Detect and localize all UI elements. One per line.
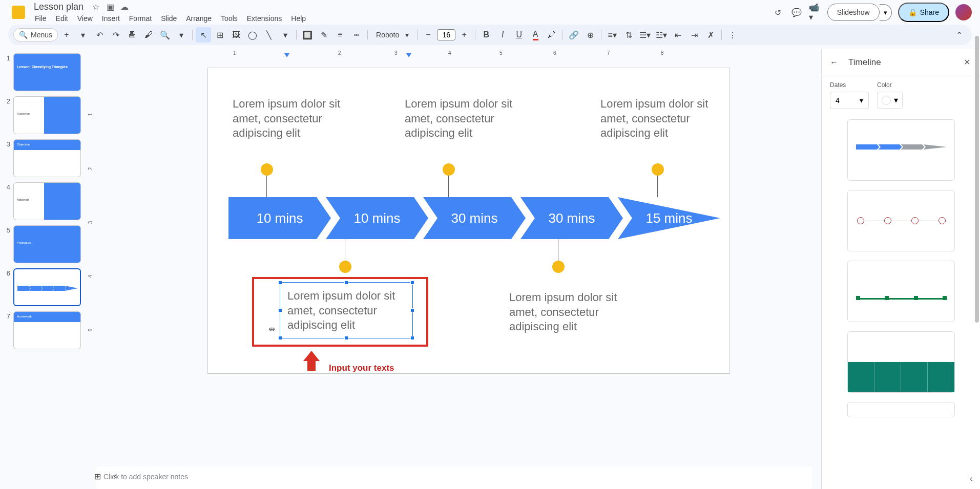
timeline-arrow[interactable]: 10 mins 10 mins 30 mins 30 mins 15 mins (228, 197, 720, 239)
filmstrip[interactable]: 1 Lesson: Classifying Triangles 2 Audien… (0, 49, 87, 489)
cloud-status-icon[interactable]: ☁ (119, 2, 130, 12)
border-weight-button[interactable]: ≡ (332, 27, 348, 42)
slide-canvas[interactable]: Lorem ipsum dolor sit amet, consectetur … (207, 68, 730, 374)
undo-button[interactable]: ↶ (92, 27, 107, 42)
move-icon[interactable]: ▣ (105, 2, 115, 12)
menu-insert[interactable]: Insert (98, 12, 124, 25)
zoom-button[interactable]: 🔍 (157, 27, 173, 42)
arrow-segment-3[interactable]: 30 mins (423, 197, 526, 239)
menu-help[interactable]: Help (287, 12, 310, 25)
border-dash-button[interactable]: ┅ (349, 27, 364, 42)
fill-color-button[interactable]: 🔲 (300, 27, 315, 42)
more-button[interactable]: ⋮ (725, 27, 740, 42)
line-spacing-button[interactable]: ⇅ (621, 27, 636, 42)
redo-button[interactable]: ↷ (108, 27, 123, 42)
thumbnail-slide-1[interactable]: Lesson: Classifying Triangles (13, 53, 81, 91)
timeline-connector[interactable] (657, 176, 658, 197)
textbox-tool[interactable]: ⊞ (212, 27, 227, 42)
line-tool[interactable]: ╲ (261, 27, 277, 42)
collapse-toolbar-button[interactable]: ⌃ (951, 27, 967, 42)
close-icon[interactable]: ✕ (964, 57, 974, 68)
document-title[interactable]: Lesson plan (31, 1, 87, 13)
comment-button[interactable]: ⊕ (582, 27, 598, 42)
italic-button[interactable]: I (495, 27, 510, 42)
number-list-button[interactable]: ☳▾ (654, 27, 669, 42)
text-color-button[interactable]: A (528, 27, 543, 42)
star-icon[interactable]: ☆ (91, 2, 101, 12)
bold-button[interactable]: B (478, 27, 494, 42)
scrollbar-thumb[interactable] (975, 36, 979, 323)
back-icon[interactable]: ← (828, 56, 840, 69)
timeline-connector[interactable] (448, 176, 449, 197)
timeline-dot[interactable] (552, 261, 565, 273)
paint-format-button[interactable]: 🖌 (141, 27, 156, 42)
color-select[interactable]: ▾ (877, 92, 903, 109)
font-size-decrease[interactable]: − (421, 27, 436, 42)
side-panel-collapse-icon[interactable]: ‹ (970, 473, 980, 485)
template-option-5[interactable] (847, 402, 955, 417)
menu-arrange[interactable]: Arrange (182, 12, 216, 25)
collapse-filmstrip-icon[interactable]: ‹ (114, 472, 126, 484)
menu-view[interactable]: View (73, 12, 97, 25)
menu-extensions[interactable]: Extensions (243, 12, 286, 25)
timeline-dot[interactable] (443, 163, 455, 176)
history-icon[interactable]: ↺ (772, 6, 784, 18)
link-button[interactable]: 🔗 (566, 27, 581, 42)
timeline-text-1[interactable]: Lorem ipsum dolor sit amet, consectetur … (233, 97, 356, 141)
bullet-list-button[interactable]: ☰▾ (637, 27, 653, 42)
timeline-connector[interactable] (345, 239, 345, 261)
thumbnail-slide-5[interactable]: Procedure (13, 225, 81, 263)
align-button[interactable]: ≡▾ (604, 27, 620, 42)
indent-decrease-button[interactable]: ⇤ (670, 27, 685, 42)
font-size-increase[interactable]: + (456, 27, 472, 42)
print-button[interactable]: 🖶 (124, 27, 140, 42)
menu-format[interactable]: Format (125, 12, 156, 25)
template-option-1[interactable] (847, 119, 955, 181)
menu-tools[interactable]: Tools (217, 12, 242, 25)
slideshow-button[interactable]: Slideshow (827, 4, 880, 21)
timeline-dot[interactable] (261, 163, 273, 176)
share-button[interactable]: 🔒 Share (898, 3, 949, 22)
arrow-segment-5[interactable]: 15 mins (618, 197, 720, 239)
border-color-button[interactable]: ✎ (316, 27, 331, 42)
indent-marker[interactable] (284, 53, 289, 57)
clear-formatting-button[interactable]: ✗ (703, 27, 718, 42)
slideshow-dropdown[interactable]: ▾ (880, 4, 892, 21)
menu-slide[interactable]: Slide (157, 12, 181, 25)
image-tool[interactable]: 🖼 (228, 27, 244, 42)
slides-logo[interactable] (8, 2, 29, 23)
thumbnail-slide-4[interactable]: Materials (13, 182, 81, 220)
user-avatar[interactable] (955, 4, 972, 20)
scrollbar[interactable] (974, 0, 980, 489)
arrow-segment-2[interactable]: 10 mins (326, 197, 428, 239)
template-option-4[interactable] (847, 331, 955, 393)
arrow-segment-4[interactable]: 30 mins (520, 197, 623, 239)
timeline-connector[interactable] (266, 176, 267, 197)
thumbnail-slide-6[interactable] (13, 268, 81, 306)
template-option-2[interactable] (847, 190, 955, 251)
timeline-dot[interactable] (339, 261, 351, 273)
canvas-wrapper[interactable]: Lorem ipsum dolor sit amet, consectetur … (87, 58, 821, 465)
new-slide-dropdown[interactable]: ▾ (75, 27, 91, 42)
indent-marker[interactable] (406, 53, 411, 57)
indent-increase-button[interactable]: ⇥ (686, 27, 702, 42)
timeline-dot[interactable] (652, 163, 664, 176)
new-slide-button[interactable]: + (59, 27, 74, 42)
line-dropdown[interactable]: ▾ (278, 27, 293, 42)
thumbnail-slide-2[interactable]: Audience (13, 96, 81, 134)
horizontal-ruler[interactable]: 1 2 3 4 5 6 7 8 (87, 49, 821, 58)
template-option-3[interactable] (847, 261, 955, 322)
timeline-connector[interactable] (558, 239, 558, 261)
meet-icon[interactable]: 📹▾ (809, 6, 821, 18)
thumbnail-slide-3[interactable]: Objective (13, 139, 81, 177)
dates-select[interactable]: 4 ▾ (830, 92, 869, 109)
grid-view-icon[interactable]: ⊞ (94, 472, 107, 484)
font-size-input[interactable] (437, 29, 455, 40)
timeline-text-5[interactable]: Lorem ipsum dolor sit amet, consectetur … (509, 290, 632, 334)
arrow-segment-1[interactable]: 10 mins (228, 197, 331, 239)
shape-tool[interactable]: ◯ (245, 27, 260, 42)
zoom-dropdown[interactable]: ▾ (174, 27, 189, 42)
underline-button[interactable]: U (511, 27, 527, 42)
select-tool[interactable]: ↖ (196, 27, 211, 42)
highlight-button[interactable]: 🖍 (544, 27, 559, 42)
